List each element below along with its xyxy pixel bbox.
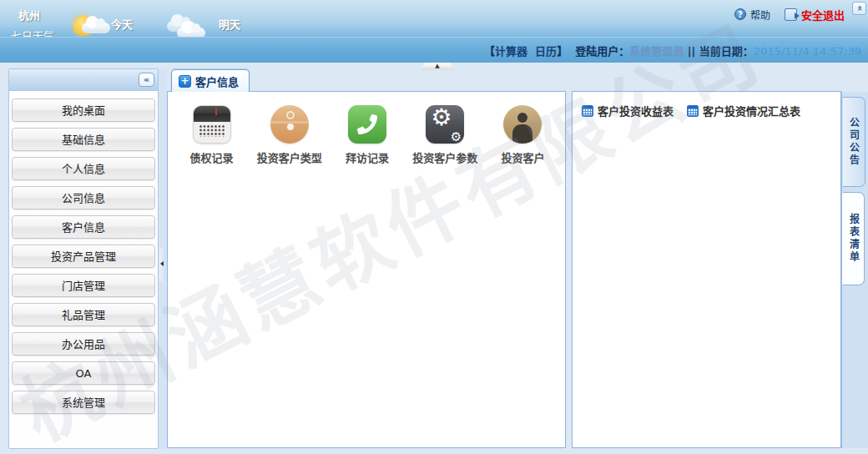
current-date-label: 当前日期： [699, 45, 754, 58]
sidebar-item-gift-mgmt[interactable]: 礼品管理 [12, 303, 155, 326]
module-debt-record[interactable]: 债权记录 [173, 105, 250, 165]
report-label: 客户投资情况汇总表 [703, 103, 800, 119]
phone-icon [348, 105, 386, 144]
person-head [517, 113, 527, 123]
sidebar-menu: 我的桌面 基础信息 个人信息 公司信息 客户信息 投资产品管理 门店管理 礼品管… [9, 91, 158, 414]
top-header: 杭州 七日天气 今天 16～21℃ 明天 18～25℃ ? 帮助 安全退出 « … [0, 0, 868, 63]
header-status-strip: 【计算器 日历】 登陆用户：系统管理员 || 当前日期：2015/11/4 14… [0, 37, 868, 63]
sidebar-item-company-info[interactable]: 公司信息 [12, 186, 155, 209]
module-label: 债权记录 [190, 149, 234, 165]
module-invest-customer[interactable]: 投资客户 [484, 105, 562, 165]
collapse-arrow-icon [160, 261, 164, 266]
cloud-icon [82, 23, 110, 33]
main-tabstrip: + 客户信息 [167, 69, 566, 92]
big-gear-glyph: ⚙ [431, 105, 452, 130]
tab-label: 客户信息 [195, 73, 239, 89]
module-invest-customer-type[interactable]: 投资客户类型 [250, 105, 328, 165]
help-icon[interactable]: ? [734, 8, 746, 20]
divider: || [688, 45, 696, 58]
header-splitter-handle[interactable]: ▲ [421, 63, 454, 70]
sidebar-item-my-desktop[interactable]: 我的桌面 [12, 98, 155, 122]
report-label: 客户投资收益表 [598, 103, 674, 119]
header-collapse-button[interactable]: « [852, 2, 866, 15]
calendar-link[interactable]: 日历 [535, 45, 557, 58]
module-label: 投资客户参数 [412, 149, 477, 165]
bracket: 【 [484, 45, 495, 58]
radio-band [194, 106, 230, 122]
help-link[interactable]: 帮助 [750, 8, 770, 22]
sidebar-collapse-button[interactable]: « [139, 73, 154, 87]
left-sidebar: « 我的桌面 基础信息 个人信息 公司信息 客户信息 投资产品管理 门店管理 礼… [8, 68, 159, 449]
module-grid: 债权记录 投资客户类型 拜访记录 ⚙ ⚙ 投资客户参数 投资客户 [168, 92, 565, 165]
gear-icon: ⚙ ⚙ [426, 105, 464, 144]
right-tabstrip: 公司公告 报表清单 [841, 92, 868, 448]
login-user-value: 系统管理员 [629, 45, 684, 58]
radio-keys [199, 125, 225, 137]
person-icon [503, 105, 542, 144]
module-invest-customer-params[interactable]: ⚙ ⚙ 投资客户参数 [406, 105, 484, 165]
sidebar-item-personal-info[interactable]: 个人信息 [12, 157, 155, 180]
report-table-icon [582, 105, 593, 117]
sidebar-item-customer-info[interactable]: 客户信息 [12, 215, 155, 239]
report-links: 客户投资收益表 客户投资情况汇总表 [573, 92, 840, 119]
module-label: 投资客户类型 [257, 149, 322, 165]
login-user-label: 登陆用户： [575, 45, 629, 58]
logout-icon[interactable] [785, 8, 797, 21]
calculator-link[interactable]: 计算器 [495, 45, 527, 58]
module-label: 投资客户 [501, 149, 544, 165]
module-visit-record[interactable]: 拜访记录 [328, 105, 406, 165]
tab-report-list[interactable]: 报表清单 [842, 192, 865, 285]
module-label: 拜访记录 [346, 149, 389, 165]
report-table-icon [687, 105, 699, 117]
report-list-panel: 客户投资收益表 客户投资情况汇总表 [572, 91, 841, 448]
current-datetime: 2015/11/4 14:57:39 [754, 45, 861, 58]
small-gear-glyph: ⚙ [451, 131, 462, 144]
report-link-customer-investment-summary[interactable]: 客户投资情况汇总表 [687, 103, 800, 119]
envelope-icon [270, 105, 309, 144]
logout-link[interactable]: 安全退出 [801, 7, 845, 23]
person-body [512, 124, 532, 144]
tab-customer-info[interactable]: + 客户信息 [171, 69, 250, 92]
tomorrow-label: 明天 [219, 16, 240, 32]
main-content-panel: 债权记录 投资客户类型 拜访记录 ⚙ ⚙ 投资客户参数 投资客户 [167, 91, 566, 448]
report-link-customer-investment-income[interactable]: 客户投资收益表 [582, 103, 674, 119]
weather-city: 杭州 [18, 7, 40, 23]
sidebar-header: « [9, 69, 158, 91]
tab-window-icon: + [179, 75, 191, 88]
sidebar-item-oa[interactable]: OA [12, 361, 155, 385]
bracket: 】 [557, 45, 568, 58]
today-label: 今天 [111, 16, 133, 32]
debt-record-icon [193, 105, 231, 144]
tab-company-announcements[interactable]: 公司公告 [843, 97, 865, 187]
sidebar-item-office-supplies[interactable]: 办公用品 [12, 332, 155, 356]
sidebar-splitter[interactable] [159, 68, 167, 449]
sidebar-item-system-mgmt[interactable]: 系统管理 [12, 391, 155, 414]
sidebar-item-store-mgmt[interactable]: 门店管理 [12, 274, 155, 297]
sidebar-item-investment-product[interactable]: 投资产品管理 [12, 245, 155, 268]
sidebar-item-basic-info[interactable]: 基础信息 [12, 128, 155, 151]
status-text: 【计算器 日历】 登陆用户：系统管理员 || 当前日期：2015/11/4 14… [484, 43, 861, 58]
